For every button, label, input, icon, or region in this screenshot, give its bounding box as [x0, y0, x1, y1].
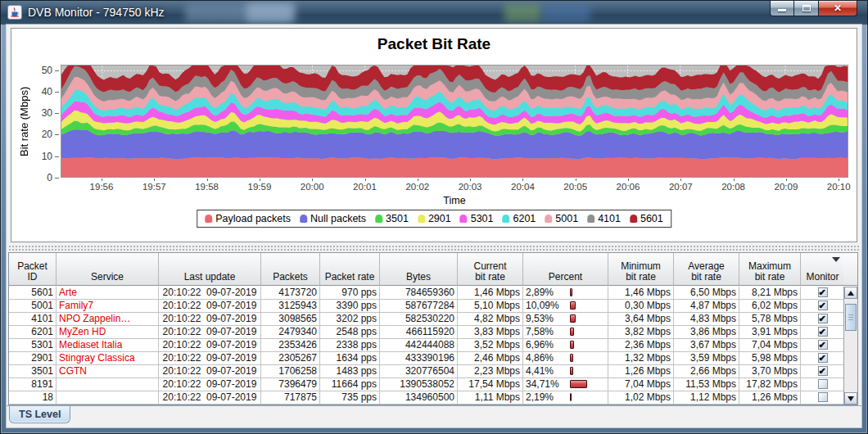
- legend-marker-icon: [587, 215, 594, 223]
- cell-monitor[interactable]: [801, 352, 845, 364]
- column-header-average-bit-rate[interactable]: Average bit rate: [674, 253, 739, 285]
- legend-label: Payload packets: [215, 213, 291, 224]
- monitor-checkbox[interactable]: [818, 392, 828, 402]
- titlebar[interactable]: DVB Monitor - 794750 kHz ✕: [1, 1, 867, 25]
- x-tick-label: 20:01: [346, 182, 384, 192]
- cell-monitor[interactable]: [801, 326, 845, 338]
- minimize-button[interactable]: [770, 1, 794, 16]
- cell-id: 2901: [9, 352, 57, 364]
- cell-id: 8191: [9, 378, 57, 391]
- table-row[interactable]: 819120:10:22 09-07-2019739647911664 pps1…: [9, 378, 845, 391]
- cell-packets: 3125943: [261, 300, 320, 312]
- legend-label: 6201: [513, 213, 536, 224]
- column-header-bytes[interactable]: Bytes: [380, 253, 458, 285]
- legend-item: 3501: [375, 213, 409, 224]
- column-header-packet-rate[interactable]: Packet rate: [320, 253, 380, 285]
- monitor-checkbox[interactable]: [818, 353, 828, 363]
- column-header-percent[interactable]: Percent: [523, 253, 608, 285]
- cell-bytes: 442444088: [380, 339, 458, 351]
- cell-bytes: 134960500: [380, 391, 458, 404]
- column-header-service[interactable]: Service: [57, 253, 159, 285]
- percent-bar: [570, 301, 576, 310]
- sort-descending-icon: [832, 257, 840, 262]
- legend-item: 6201: [503, 213, 536, 224]
- monitor-checkbox[interactable]: [818, 366, 828, 376]
- cell-service: Arte: [57, 287, 159, 299]
- table-row[interactable]: 4101NPO Zappelin…20:10:22 09-07-20193098…: [9, 313, 845, 326]
- cell-packets: 717875: [261, 391, 320, 404]
- maximize-button[interactable]: [794, 1, 819, 16]
- percent-bar: [570, 314, 576, 323]
- cell-bytes: 1390538052: [380, 378, 458, 391]
- scrollbar-thumb[interactable]: [845, 304, 857, 331]
- x-tick-label: 20:06: [609, 182, 647, 192]
- table-row[interactable]: 1820:10:22 09-07-2019717875735 pps134960…: [9, 391, 845, 405]
- y-tick-label: 40: [28, 86, 52, 97]
- percent-bar: [570, 380, 587, 388]
- legend-label: 4101: [598, 213, 621, 224]
- x-tick-label: 19:56: [83, 182, 120, 192]
- cell-current: 17,54 Mbps: [458, 378, 523, 391]
- monitor-checkbox[interactable]: [818, 301, 828, 310]
- table-row[interactable]: 6201MyZen HD20:10:22 09-07-2019247934025…: [9, 326, 845, 339]
- cell-monitor[interactable]: [801, 313, 845, 325]
- tab-ts-level[interactable]: TS Level: [9, 406, 70, 423]
- table-scrollbar[interactable]: [843, 287, 857, 405]
- legend-item: 4101: [587, 213, 621, 224]
- cell-avg: 6,50 Mbps: [674, 287, 739, 299]
- monitor-checkbox[interactable]: [818, 327, 828, 337]
- y-tick-label: 0: [28, 172, 52, 183]
- cell-service: CGTN: [57, 365, 159, 377]
- cell-percent: 4,41%: [523, 365, 608, 377]
- legend-label: Null packets: [310, 213, 366, 224]
- column-header-current-bit-rate[interactable]: Current bit rate: [458, 253, 523, 285]
- percent-bar: [570, 341, 574, 349]
- cell-monitor[interactable]: [801, 391, 845, 404]
- chart-panel: Packet Bit Rate Bit rate (Mbps) 01020304…: [11, 28, 857, 242]
- cell-min: 1,26 Mbps: [608, 365, 674, 377]
- column-header-minimum-bit-rate[interactable]: Minimum bit rate: [608, 253, 674, 285]
- close-button[interactable]: ✕: [819, 1, 857, 16]
- percent-bar: [570, 367, 573, 375]
- percent-value: 2,89%: [526, 287, 554, 298]
- table-header: Packet IDServiceLast updatePacketsPacket…: [9, 253, 857, 286]
- legend-marker-icon: [503, 215, 510, 223]
- cell-id: 4101: [9, 313, 57, 325]
- cell-max: 5,98 Mbps: [739, 352, 801, 364]
- cell-monitor[interactable]: [801, 300, 845, 312]
- x-tick-label: 20:07: [662, 182, 699, 192]
- column-header-packets[interactable]: Packets: [261, 253, 320, 285]
- cell-monitor[interactable]: [801, 287, 845, 299]
- monitor-checkbox[interactable]: [818, 314, 828, 323]
- table-row[interactable]: 5301Mediaset Italia20:10:22 09-07-201923…: [9, 339, 845, 352]
- monitor-checkbox[interactable]: [818, 340, 828, 350]
- percent-bar: [570, 288, 572, 296]
- cell-service: Stingray Classica: [57, 352, 159, 364]
- y-tick-label: 30: [28, 107, 52, 119]
- table-row[interactable]: 3501CGTN20:10:22 09-07-201917062581483 p…: [9, 365, 845, 378]
- column-header-packet-id[interactable]: Packet ID: [9, 253, 57, 285]
- table-row[interactable]: 5001Family720:10:22 09-07-20193125943339…: [9, 300, 845, 313]
- cell-monitor[interactable]: [801, 339, 845, 351]
- x-tick-label: 20:08: [715, 182, 753, 192]
- monitor-checkbox[interactable]: [818, 287, 828, 297]
- cell-max: 17,82 Mbps: [739, 378, 801, 391]
- stacked-area-chart: [61, 66, 848, 177]
- legend-label: 5001: [555, 213, 578, 224]
- column-header-last-update[interactable]: Last update: [159, 253, 261, 285]
- scroll-down-button[interactable]: [844, 392, 857, 405]
- table-body: 5601Arte20:10:22 09-07-20194173720970 pp…: [9, 287, 845, 405]
- percent-value: 9,53%: [526, 313, 554, 324]
- cell-service: NPO Zappelin…: [57, 313, 159, 325]
- y-tick-label: 10: [28, 151, 52, 162]
- monitor-checkbox[interactable]: [818, 379, 828, 389]
- table-row[interactable]: 2901Stingray Classica20:10:22 09-07-2019…: [9, 352, 845, 365]
- cell-bytes: 433390196: [380, 352, 458, 364]
- table-row[interactable]: 5601Arte20:10:22 09-07-20194173720970 pp…: [9, 287, 845, 300]
- scroll-up-button[interactable]: [844, 287, 857, 299]
- cell-monitor[interactable]: [801, 378, 845, 391]
- column-header-maximum-bit-rate[interactable]: Maximum bit rate: [739, 253, 801, 285]
- cell-monitor[interactable]: [801, 365, 845, 377]
- split-divider[interactable]: [8, 245, 860, 251]
- column-header-monitor[interactable]: Monitor: [801, 253, 845, 285]
